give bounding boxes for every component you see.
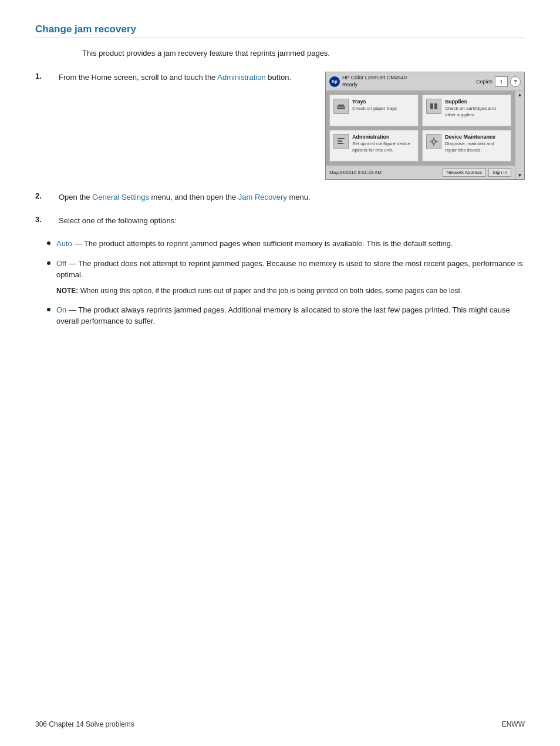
auto-keyword: Auto [56, 239, 72, 248]
step-1-image: hp HP Color LaserJet CM4540 Ready Copies… [325, 72, 525, 180]
svg-rect-5 [338, 138, 345, 139]
option-off: Off — The product does not attempt to re… [47, 258, 525, 296]
printer-header-right: Copies 1 ? [476, 76, 521, 87]
note-text: When using this option, if the product r… [80, 287, 462, 295]
tile-maintenance-text: Device Maintenance Diagnose, maintain an… [445, 134, 507, 153]
footer-buttons: Network Address Sign In [443, 168, 511, 177]
page-footer: 306 Chapter 14 Solve problems ENWW [0, 720, 560, 728]
tile-trays-desc: Check on paper trays [352, 106, 414, 112]
sign-in-button[interactable]: Sign In [488, 168, 511, 177]
footer-left: 306 Chapter 14 Solve problems [35, 720, 134, 728]
printer-status: Ready [342, 82, 407, 89]
svg-rect-4 [434, 103, 437, 109]
on-keyword: On [56, 305, 66, 314]
svg-rect-7 [338, 143, 343, 144]
footer-date: May/24/2010 9:01:29 AM [329, 170, 382, 175]
tile-trays-text: Trays Check on paper trays [352, 99, 414, 112]
step-2-number: 2. [35, 191, 59, 200]
options-list: Auto — The product attempts to reprint j… [47, 238, 525, 327]
option-auto: Auto — The product attempts to reprint j… [47, 238, 525, 250]
svg-point-8 [432, 140, 436, 143]
general-settings-link[interactable]: General Settings [92, 193, 149, 201]
bullet-dot-auto [47, 241, 50, 245]
section-title: Change jam recovery [35, 23, 525, 38]
scroll-down-arrow[interactable]: ▼ [518, 173, 522, 178]
step-1-number: 1. [35, 72, 59, 80]
printer-ui-header: hp HP Color LaserJet CM4540 Ready Copies… [326, 72, 524, 91]
copies-value: 1 [500, 79, 502, 85]
option-on: On — The product always reprints jammed … [47, 304, 525, 327]
printer-model-info: HP Color LaserJet CM4540 Ready [342, 75, 407, 88]
option-on-content: On — The product always reprints jammed … [56, 304, 525, 327]
help-button[interactable]: ? [510, 76, 521, 87]
admin-link[interactable]: Administration [217, 73, 265, 82]
bullet-dot-off [47, 261, 50, 265]
svg-rect-2 [338, 105, 344, 106]
printer-ui-content: Trays Check on paper trays [326, 91, 515, 179]
option-auto-content: Auto — The product attempts to reprint j… [56, 238, 525, 250]
auto-text: — The product attempts to reprint jammed… [74, 239, 453, 248]
printer-ui-footer: May/24/2010 9:01:29 AM Network Address S… [326, 165, 515, 179]
footer-right: ENWW [502, 720, 525, 728]
administration-icon [333, 134, 349, 149]
printer-model: HP Color LaserJet CM4540 [342, 75, 407, 82]
step-3-content: Select one of the following options: [59, 215, 525, 227]
tile-maintenance-desc: Diagnose, maintain and repair this devic… [445, 141, 507, 153]
tile-administration-text: Administration Set up and configure devi… [352, 134, 414, 153]
jam-recovery-link[interactable]: Jam Recovery [238, 193, 287, 201]
tile-supplies-title: Supplies [445, 99, 507, 105]
tile-administration-desc: Set up and configure device options for … [352, 141, 414, 153]
tile-maintenance-title: Device Maintenance [445, 134, 507, 140]
option-off-content: Off — The product does not attempt to re… [56, 258, 525, 296]
intro-text: This product provides a jam recovery fea… [82, 49, 525, 58]
tile-supplies[interactable]: Supplies Check on cartridges and other s… [422, 95, 511, 126]
maintenance-icon [426, 134, 441, 149]
svg-rect-6 [338, 140, 342, 142]
supplies-icon [426, 99, 441, 114]
step-1: 1. From the Home screen, scroll to and t… [35, 72, 525, 180]
step-3-number: 3. [35, 215, 59, 224]
tile-administration[interactable]: Administration Set up and configure devi… [329, 130, 419, 162]
bullet-dot-on [47, 308, 50, 311]
tray-icon [333, 99, 349, 114]
step-2: 2. Open the General Settings menu, and t… [35, 191, 525, 203]
tile-maintenance[interactable]: Device Maintenance Diagnose, maintain an… [422, 130, 511, 162]
on-text: — The product always reprints jammed pag… [56, 305, 510, 326]
tile-supplies-text: Supplies Check on cartridges and other s… [445, 99, 507, 118]
tile-trays-title: Trays [352, 99, 414, 105]
svg-rect-0 [337, 106, 345, 107]
printer-logo: hp HP Color LaserJet CM4540 Ready [329, 75, 407, 88]
copies-box[interactable]: 1 [495, 76, 508, 87]
scroll-bar[interactable]: ▲ ▼ [515, 91, 524, 179]
printer-ui-main: Trays Check on paper trays [326, 91, 524, 179]
note-box: NOTE: When using this option, if the pro… [56, 285, 525, 296]
printer-ui-grid: Trays Check on paper trays [326, 91, 515, 165]
tile-supplies-desc: Check on cartridges and other supplies [445, 106, 507, 118]
scroll-up-arrow[interactable]: ▲ [518, 92, 522, 98]
printer-ui: hp HP Color LaserJet CM4540 Ready Copies… [325, 72, 525, 180]
tile-trays[interactable]: Trays Check on paper trays [329, 95, 419, 126]
step-2-content: Open the General Settings menu, and then… [59, 191, 525, 203]
step-3: 3. Select one of the following options: [35, 215, 525, 227]
off-text: — The product does not attempt to reprin… [56, 259, 522, 280]
network-address-button[interactable]: Network Address [443, 168, 486, 177]
note-label: NOTE: [56, 287, 78, 295]
off-keyword: Off [56, 259, 66, 268]
svg-rect-3 [430, 103, 433, 109]
copies-label: Copies [476, 79, 492, 85]
tile-administration-title: Administration [352, 134, 414, 140]
step-1-content: From the Home screen, scroll to and touc… [59, 72, 308, 83]
svg-rect-1 [337, 108, 345, 109]
hp-logo-icon: hp [329, 76, 340, 87]
